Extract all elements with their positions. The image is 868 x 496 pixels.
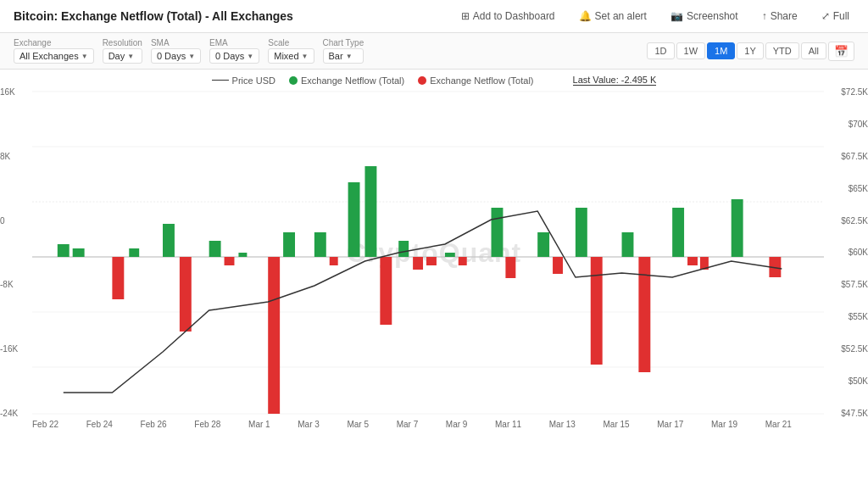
scale-select[interactable]: Mixed ▼	[268, 48, 314, 64]
time-range-buttons: 1D 1W 1M 1Y YTD All 📅	[647, 42, 854, 61]
chart-type-filter-group: Chart Type Bar ▼	[323, 38, 364, 64]
bar-mar15-neg	[591, 257, 603, 365]
bar-mar19-pos	[672, 208, 684, 257]
bar-feb26-pos	[163, 224, 175, 257]
set-alert-button[interactable]: 🔔 Set an alert	[574, 7, 652, 25]
resolution-filter-group: Resolution Day ▼	[103, 38, 142, 64]
bar-green-small	[238, 253, 247, 257]
share-icon: ↑	[762, 10, 767, 22]
bar-mar3-neg	[330, 257, 338, 265]
legend-price-usd: Price USD	[212, 75, 275, 86]
toolbar-filters: Exchange All Exchanges ▼ Resolution Day …	[14, 38, 364, 64]
bar-mar7-neg	[413, 257, 423, 270]
chart-svg	[32, 87, 824, 418]
chart-legend: Price USD Exchange Netflow (Total) Excha…	[0, 70, 868, 87]
bar-mar11-neg	[505, 257, 515, 278]
sma-select[interactable]: 0 Days ▼	[151, 48, 201, 64]
ema-filter-group: EMA 0 Days ▼	[209, 38, 259, 64]
time-ytd-button[interactable]: YTD	[765, 42, 799, 59]
chevron-down-icon: ▼	[127, 53, 134, 60]
bar-mar2-pos	[283, 232, 295, 257]
header: Bitcoin: Exchange Netflow (Total) - All …	[0, 0, 868, 33]
bar-feb22-pos2	[73, 248, 85, 257]
app-container: Bitcoin: Exchange Netflow (Total) - All …	[0, 0, 868, 460]
last-value-label: Last Value: -2.495 K	[573, 75, 657, 86]
chart-area: 16K 8K 0 -8K -16K -24K $72.5K $70K $67.5…	[0, 87, 868, 418]
share-button[interactable]: ↑ Share	[757, 7, 803, 25]
bar-mar15-pos	[576, 208, 587, 257]
bar-mar13-neg	[553, 257, 563, 274]
chevron-down-icon: ▼	[346, 53, 353, 60]
toolbar: Exchange All Exchanges ▼ Resolution Day …	[0, 33, 868, 70]
scale-filter-group: Scale Mixed ▼	[268, 38, 314, 64]
camera-icon: 📷	[670, 10, 683, 22]
bar-mar21-pos	[732, 199, 743, 257]
exchange-select[interactable]: All Exchanges ▼	[14, 48, 94, 64]
chevron-down-icon: ▼	[247, 53, 253, 60]
bar-feb22-pos	[58, 244, 70, 257]
bar-mar9-pos	[445, 253, 455, 257]
time-1y-button[interactable]: 1Y	[737, 42, 763, 59]
bar-mar8-neg	[426, 257, 437, 265]
y-axis-right: $72.5K $70K $67.5K $65K $62.5K $60K $57.…	[824, 87, 868, 418]
screenshot-button[interactable]: 📷 Screenshot	[665, 7, 743, 25]
legend-line-price	[212, 80, 229, 81]
legend-netflow-green: Exchange Netflow (Total)	[289, 75, 404, 86]
chart-type-select[interactable]: Bar ▼	[323, 48, 364, 64]
bar-feb28-pos	[209, 241, 221, 257]
bar-mar5-neg	[380, 257, 392, 325]
grid-icon: ⊞	[461, 10, 470, 22]
bar-mar9-neg	[459, 257, 467, 265]
time-1d-button[interactable]: 1D	[647, 42, 674, 59]
exchange-filter-group: Exchange All Exchanges ▼	[14, 38, 94, 64]
time-1w-button[interactable]: 1W	[676, 42, 706, 59]
bar-mar6-pos	[398, 241, 409, 257]
header-actions: ⊞ Add to Dashboard 🔔 Set an alert 📷 Scre…	[456, 7, 854, 25]
bar-feb26-neg	[180, 257, 192, 332]
bar-mar3-pos	[314, 232, 326, 257]
bar-mar1-neg	[268, 257, 280, 414]
chart-type-label: Chart Type	[323, 38, 364, 47]
chevron-down-icon: ▼	[302, 53, 309, 60]
sma-filter-group: SMA 0 Days ▼	[151, 38, 201, 64]
add-dashboard-button[interactable]: ⊞ Add to Dashboard	[456, 7, 560, 25]
bar-mar19-neg	[687, 257, 698, 265]
calendar-icon: 📅	[834, 45, 849, 58]
y-axis-left: 16K 8K 0 -8K -16K -24K	[0, 87, 32, 418]
bar-feb28-neg	[225, 257, 235, 265]
calendar-button[interactable]: 📅	[828, 42, 854, 61]
ema-select[interactable]: 0 Days ▼	[209, 48, 259, 64]
chevron-down-icon: ▼	[188, 53, 195, 60]
bar-mar13-pos	[537, 232, 549, 257]
time-all-button[interactable]: All	[801, 42, 826, 59]
bar-mar17-pos	[622, 232, 634, 257]
page-title: Bitcoin: Exchange Netflow (Total) - All …	[14, 9, 293, 23]
resolution-select[interactable]: Day ▼	[103, 48, 142, 64]
chart-container: Price USD Exchange Netflow (Total) Excha…	[0, 70, 868, 460]
legend-netflow-red: Exchange Netflow (Total)	[418, 75, 533, 86]
bar-mar4-pos	[348, 182, 360, 257]
bar-feb24-neg	[112, 257, 124, 299]
bell-icon: 🔔	[579, 10, 592, 22]
bar-mar5-pos	[364, 166, 376, 257]
legend-dot-green	[289, 76, 298, 85]
full-button[interactable]: ⤢ Full	[816, 7, 854, 25]
time-1m-button[interactable]: 1M	[707, 42, 735, 59]
bar-feb24-pos	[129, 248, 139, 257]
resolution-label: Resolution	[103, 38, 142, 47]
expand-icon: ⤢	[821, 10, 830, 22]
ema-label: EMA	[209, 38, 259, 47]
scale-label: Scale	[268, 38, 314, 47]
x-axis: Feb 22 Feb 24 Feb 26 Feb 28 Mar 1 Mar 3 …	[0, 418, 868, 429]
legend-dot-red	[418, 76, 426, 85]
bar-mar11-pos	[492, 208, 504, 257]
exchange-label: Exchange	[14, 38, 94, 47]
chevron-down-icon: ▼	[81, 53, 88, 60]
sma-label: SMA	[151, 38, 201, 47]
